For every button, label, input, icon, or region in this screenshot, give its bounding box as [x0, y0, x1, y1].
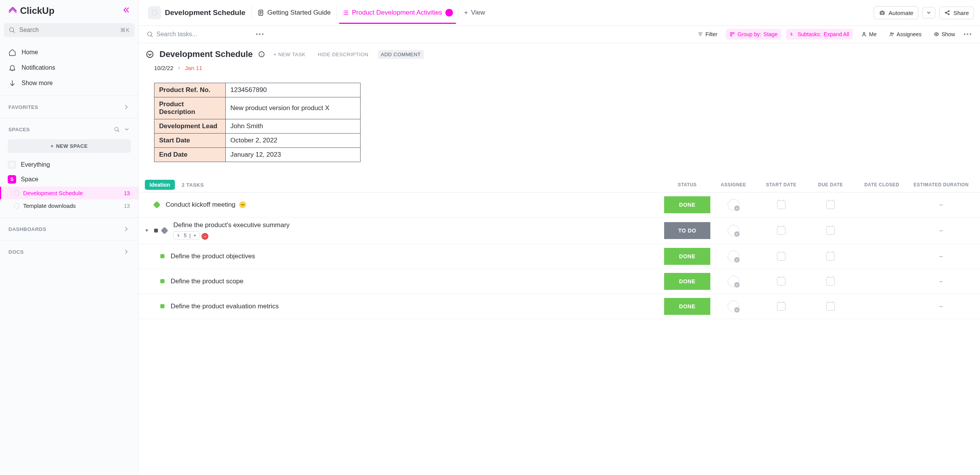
- col-start[interactable]: START DATE: [757, 182, 806, 187]
- cell-due-date[interactable]: [806, 196, 855, 213]
- show-button[interactable]: Show: [930, 29, 959, 40]
- cell-start-date[interactable]: [757, 222, 806, 239]
- chevron-circle-icon[interactable]: [146, 50, 154, 59]
- breadcrumb[interactable]: Development Schedule: [145, 4, 248, 22]
- nav-notifications[interactable]: Notifications: [0, 60, 138, 75]
- cell-assignee[interactable]: [710, 196, 757, 213]
- app-logo[interactable]: ClickUp: [8, 5, 54, 16]
- col-status[interactable]: STATUS: [664, 182, 710, 187]
- cell-assignee[interactable]: [710, 222, 757, 239]
- assignee-placeholder-icon: [728, 301, 739, 312]
- me-button[interactable]: Me: [858, 29, 880, 40]
- dashboards-header[interactable]: DASHBOARDS: [0, 220, 138, 238]
- cell-start-date[interactable]: [757, 248, 806, 265]
- nav-show-more[interactable]: Show more: [0, 75, 138, 91]
- cell-est-duration[interactable]: –: [908, 248, 974, 265]
- cell-date-closed[interactable]: [855, 298, 908, 315]
- task-row[interactable]: Define the product scopeDONE–: [139, 269, 980, 294]
- cell-start-date[interactable]: [757, 273, 806, 290]
- cell-due-date[interactable]: [806, 222, 855, 239]
- cell-assignee[interactable]: [710, 248, 757, 265]
- docs-header[interactable]: DOCS: [0, 243, 138, 261]
- task-title[interactable]: Conduct kickoff meeting: [166, 201, 660, 209]
- cell-status[interactable]: DONE: [664, 298, 710, 315]
- nav-home[interactable]: Home: [0, 45, 138, 60]
- task-title[interactable]: Define the product evaluation metrics: [171, 303, 660, 310]
- tab-getting-started[interactable]: Getting Started Guide: [252, 6, 336, 20]
- sidebar-everything[interactable]: Everything: [0, 157, 138, 172]
- favorites-header[interactable]: FAVORITES: [0, 98, 138, 116]
- task-title[interactable]: Define the product objectives: [171, 253, 660, 260]
- task-row[interactable]: Conduct kickoff meeting DONE–: [139, 192, 980, 217]
- cell-est-duration[interactable]: –: [908, 196, 974, 213]
- cell-date-closed[interactable]: [855, 273, 908, 290]
- add-comment-button[interactable]: ADD COMMENT: [378, 50, 424, 59]
- sidebar-search[interactable]: ⌘K: [4, 23, 134, 37]
- cell-est-duration[interactable]: –: [908, 273, 974, 290]
- info-icon[interactable]: [258, 51, 265, 58]
- task-row[interactable]: ▼Define the product's executive summary …: [139, 217, 980, 244]
- sidebar-list-template-downloads[interactable]: Template downloads 13: [0, 199, 138, 212]
- automate-dropdown[interactable]: [922, 7, 935, 18]
- spaces-header[interactable]: SPACES: [0, 121, 138, 138]
- cell-due-date[interactable]: [806, 298, 855, 315]
- col-due[interactable]: DUE DATE: [806, 182, 855, 187]
- doc-due-date[interactable]: Jan 11: [185, 65, 202, 71]
- more-icon[interactable]: •••: [256, 31, 265, 38]
- add-view-button[interactable]: + View: [458, 6, 490, 20]
- filter-button[interactable]: Filter: [694, 29, 721, 40]
- task-row[interactable]: Define the product objectivesDONE–: [139, 244, 980, 269]
- status-dot[interactable]: [153, 201, 161, 209]
- task-title[interactable]: Define the product scope: [171, 278, 660, 285]
- task-row[interactable]: Define the product evaluation metricsDON…: [139, 294, 980, 319]
- automate-button[interactable]: Automate: [874, 6, 918, 19]
- group-by-button[interactable]: Group by: Stage: [726, 29, 781, 40]
- cell-status[interactable]: DONE: [664, 248, 710, 265]
- status-dot[interactable]: [160, 304, 164, 308]
- cell-date-closed[interactable]: [855, 248, 908, 265]
- tab-product-development[interactable]: Product Development Activities: [336, 6, 458, 20]
- search-icon[interactable]: [114, 126, 120, 132]
- sidebar-collapse-button[interactable]: [122, 6, 131, 16]
- cell-status[interactable]: DONE: [664, 273, 710, 290]
- subtask-count[interactable]: 5 | +: [173, 231, 200, 239]
- cell-est-duration[interactable]: –: [908, 298, 974, 315]
- cell-est-duration[interactable]: –: [908, 222, 974, 239]
- doc-start-date[interactable]: 10/2/22: [154, 65, 173, 71]
- cell-start-date[interactable]: [757, 196, 806, 213]
- cell-status[interactable]: TO DO: [664, 222, 710, 239]
- cell-date-closed[interactable]: [855, 222, 908, 239]
- status-dot[interactable]: [161, 227, 168, 234]
- cell-assignee[interactable]: [710, 298, 757, 315]
- new-space-button[interactable]: + NEW SPACE: [8, 139, 131, 153]
- cell-assignee[interactable]: [710, 273, 757, 290]
- sidebar-space[interactable]: S Space: [0, 172, 138, 187]
- cell-status[interactable]: DONE: [664, 196, 710, 213]
- expand-toggle[interactable]: ▼: [145, 228, 150, 232]
- group-badge[interactable]: Ideation: [145, 180, 175, 190]
- view-toolbar: Search tasks... ••• Filter Group by: Sta…: [139, 26, 980, 43]
- new-task-button[interactable]: + NEW TASK: [270, 50, 309, 59]
- hide-description-button[interactable]: HIDE DESCRIPTION: [315, 50, 372, 59]
- col-est[interactable]: ESTIMATED DURATION: [908, 182, 974, 187]
- status-dot[interactable]: [160, 254, 164, 258]
- cell-due-date[interactable]: [806, 248, 855, 265]
- more-icon[interactable]: •••: [963, 31, 972, 38]
- cell-start-date[interactable]: [757, 298, 806, 315]
- col-closed[interactable]: DATE CLOSED: [855, 182, 908, 187]
- col-assignee[interactable]: ASSIGNEE: [710, 182, 757, 187]
- chevron-down-icon[interactable]: [124, 126, 130, 132]
- arrow-down-icon: [8, 79, 16, 87]
- task-title[interactable]: Define the product's executive summary: [173, 221, 660, 229]
- cell-due-date[interactable]: [806, 273, 855, 290]
- sidebar-search-input[interactable]: [19, 27, 116, 33]
- search-tasks[interactable]: Search tasks...: [146, 31, 250, 38]
- group-task-count: 2 TASKS: [182, 182, 204, 188]
- subtasks-button[interactable]: Subtasks: Expand All: [786, 29, 853, 40]
- search-icon: [146, 31, 153, 38]
- cell-date-closed[interactable]: [855, 196, 908, 213]
- assignees-button[interactable]: Assignees: [885, 29, 926, 40]
- share-button[interactable]: Share: [939, 7, 974, 19]
- sidebar-list-development-schedule[interactable]: Development Schedule 13: [0, 187, 138, 199]
- status-dot[interactable]: [160, 279, 164, 283]
